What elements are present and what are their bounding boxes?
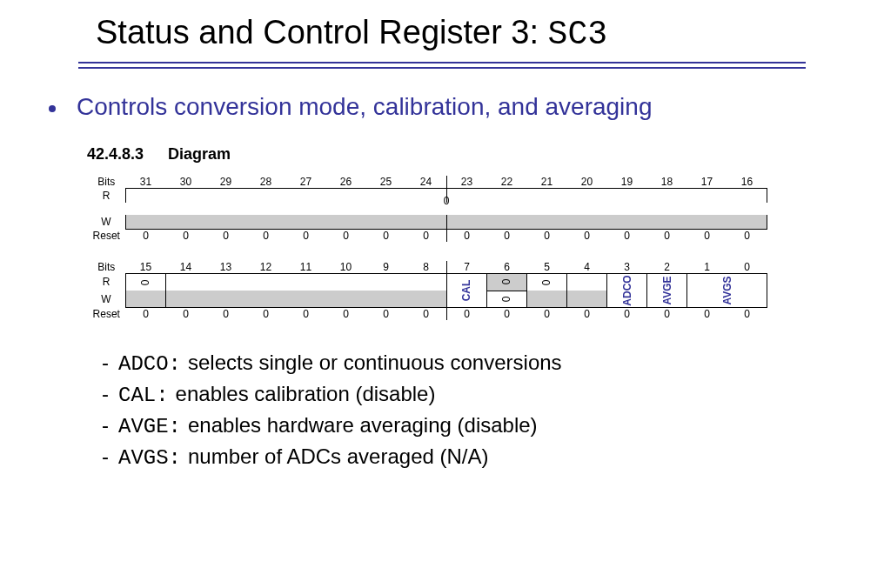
diagram-section-heading: 42.4.8.3 Diagram: [87, 145, 884, 164]
definition-row: - AVGS: number of ADCs averaged (N/A): [92, 442, 884, 473]
slide: Status and Control Register 3: SC3 Contr…: [0, 0, 884, 588]
title-divider: [78, 62, 806, 69]
field-cal: CAL: [446, 274, 487, 308]
section-label: Diagram: [168, 145, 231, 163]
definition-text: enables calibration (disable): [176, 379, 436, 409]
field-definitions: - ADCO: selects single or continuous con…: [0, 327, 884, 473]
title-text: Status and Control Register 3:: [96, 14, 548, 50]
subtitle-text: Controls conversion mode, calibration, a…: [77, 93, 653, 120]
dash-icon: -: [92, 411, 118, 440]
reset-label: Reset: [87, 230, 126, 243]
definition-text: number of ADCs averaged (N/A): [188, 442, 488, 471]
bits-label: Bits: [87, 176, 126, 189]
dash-icon: -: [92, 348, 118, 378]
definition-row: - CAL: enables calibration (disable): [92, 379, 884, 411]
definition-code: ADCO:: [118, 350, 188, 379]
upper-center-zero: 0: [126, 195, 767, 207]
r-label: R: [87, 189, 126, 204]
bit5-r: 0: [527, 274, 567, 291]
upper-reset-row: Reset 0000000000000000: [87, 230, 767, 243]
slide-title: Status and Control Register 3: SC3: [0, 0, 884, 58]
dash-icon: -: [92, 379, 118, 409]
field-avge: AVGE: [647, 274, 687, 308]
definition-code: AVGS:: [118, 444, 188, 473]
bullet-dot-icon: [49, 105, 56, 112]
register-lower: Bits 15 14 13 12 11 10 9 8 7 6 5 4 3 2 1: [87, 249, 884, 327]
definition-row: - AVGE: enables hardware averaging (disa…: [92, 411, 884, 442]
definition-code: CAL:: [118, 381, 176, 411]
upper-w-row: W: [87, 215, 767, 230]
title-code: SC3: [548, 16, 607, 53]
field-avgs: AVGS: [687, 274, 767, 308]
w-label: W: [87, 215, 126, 230]
definition-row: - ADCO: selects single or continuous con…: [92, 348, 884, 379]
definition-text: enables hardware averaging (disable): [188, 411, 538, 440]
lower-bit-numbers: Bits 15 14 13 12 11 10 9 8 7 6 5 4 3 2 1: [87, 261, 767, 274]
diagram-section: 42.4.8.3 Diagram Bits 31 30 29 28 27 26 …: [0, 121, 884, 327]
bit6-w: 0: [487, 291, 527, 308]
definition-text: selects single or continuous conversions: [188, 348, 562, 378]
lower-reset-row: Reset 0000000000000000: [87, 308, 767, 321]
subtitle-bullet: Controls conversion mode, calibration, a…: [0, 93, 884, 121]
lower-r-row: R 0 CAL 0 0 ADCO AVGE: [87, 274, 767, 291]
register-upper: Bits 31 30 29 28 27 26 25 24 23 22 21 20…: [87, 164, 884, 249]
dash-icon: -: [92, 442, 118, 471]
field-adco: ADCO: [607, 274, 647, 308]
section-number: 42.4.8.3: [87, 145, 164, 164]
upper-bit-numbers: Bits 31 30 29 28 27 26 25 24 23 22 21 20…: [87, 176, 767, 189]
bit15-r: 0: [126, 274, 166, 291]
bit6-r: 0: [487, 274, 527, 291]
definition-code: AVGE:: [118, 412, 188, 442]
